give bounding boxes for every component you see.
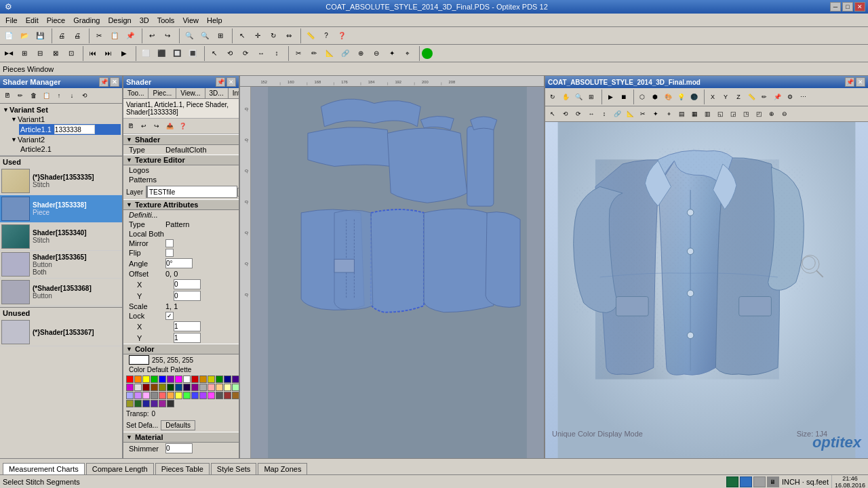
variant1-item[interactable]: ▼ Variant1	[9, 115, 121, 124]
3d-btn2-8[interactable]: ✂	[637, 108, 649, 120]
3d-btn2-16[interactable]: ◳	[740, 108, 752, 120]
tb2-11[interactable]: 🔲	[170, 46, 184, 61]
shader-manager-close[interactable]: ✕	[110, 77, 119, 87]
color-swatch[interactable]	[191, 384, 199, 391]
tb-new[interactable]: 📄	[1, 28, 16, 43]
shader-section-header[interactable]: ▼ Shader	[123, 134, 239, 145]
3d-btn2-19[interactable]: ⊖	[778, 108, 791, 120]
3d-btn2-17[interactable]: ◰	[753, 108, 765, 120]
color-swatch[interactable]	[151, 400, 158, 407]
tb2-10[interactable]: ⬛	[154, 46, 169, 61]
mirror-checkbox[interactable]	[165, 239, 174, 247]
3d-btn-wire[interactable]: ⬡	[636, 91, 648, 103]
shader-item-1353340[interactable]: Shader[1353340] Stitch	[0, 223, 122, 251]
3d-btn2-14[interactable]: ◱	[714, 108, 726, 120]
view-3d-float[interactable]: 📌	[845, 77, 854, 87]
taskbar-icon-blue[interactable]	[740, 476, 752, 487]
color-swatch[interactable]	[216, 375, 223, 383]
flip-checkbox[interactable]	[165, 249, 174, 257]
lock-checkbox[interactable]	[165, 312, 174, 320]
shader-item-1353335[interactable]: (*}Shader[1353335] Stitch	[0, 167, 122, 195]
angle-input[interactable]	[165, 258, 193, 268]
color-swatch[interactable]	[167, 375, 174, 383]
sm-btn1[interactable]: 🖹	[1, 89, 14, 102]
tb2-green[interactable]	[422, 48, 433, 59]
tb2-8[interactable]: ▶	[117, 46, 132, 61]
sp-btn4[interactable]: 📤	[163, 120, 176, 132]
tb2-23[interactable]: ⊖	[369, 46, 384, 61]
texture-editor-header[interactable]: ▼ Texture Editor	[123, 155, 239, 165]
3d-btn-measure[interactable]: 📏	[745, 91, 757, 103]
shader-item-1353338[interactable]: Shader[1353338] Piece	[0, 195, 122, 223]
color-swatch[interactable]	[224, 384, 231, 391]
3d-btn-play[interactable]: ▶	[604, 91, 616, 103]
tb2-2[interactable]: ⊞	[17, 46, 32, 61]
tb-save[interactable]: 💾	[33, 28, 47, 43]
tb2-6[interactable]: ⏮	[85, 46, 100, 61]
canvas-area[interactable]: 152 160 168 176 184 192 200 208	[240, 76, 544, 458]
3d-btn-settings[interactable]: ⚙	[784, 91, 796, 103]
3d-btn-y[interactable]: Y	[719, 91, 732, 103]
shader-item-1353368[interactable]: (*Shader[1353368] Button	[0, 279, 122, 306]
3d-btn-pin[interactable]: 📌	[771, 91, 783, 103]
color-swatch[interactable]	[208, 375, 215, 383]
sp-btn1[interactable]: 🖹	[125, 120, 137, 132]
color-swatch[interactable]	[191, 392, 199, 399]
tab-view[interactable]: View...	[176, 88, 205, 98]
color-swatch[interactable]	[167, 384, 174, 391]
color-swatch[interactable]	[224, 392, 231, 399]
tb2-18[interactable]: ✂	[291, 46, 306, 61]
color-swatch[interactable]	[142, 400, 150, 407]
sm-btn4[interactable]: 📋	[40, 89, 52, 102]
tab-piec[interactable]: Piec...	[149, 88, 176, 98]
color-swatch[interactable]	[142, 375, 150, 383]
sp-btn3[interactable]: ↪	[151, 120, 163, 132]
tb2-25[interactable]: ⌖	[400, 46, 415, 61]
3d-btn2-2[interactable]: ⟲	[559, 108, 572, 120]
3d-btn-pan[interactable]: ✋	[559, 91, 572, 103]
3d-btn-shadow[interactable]: 🌑	[688, 91, 700, 103]
material-section-header[interactable]: ▼ Material	[123, 432, 239, 443]
tb2-16[interactable]: ↔	[254, 46, 269, 61]
shader-item-1353365[interactable]: Shader[1353365] Button Both	[0, 251, 122, 279]
3d-btn2-13[interactable]: ▥	[701, 108, 713, 120]
offset-y-input[interactable]	[174, 291, 201, 301]
tb2-14[interactable]: ⟲	[222, 46, 237, 61]
color-swatch[interactable]	[134, 375, 142, 383]
tb2-7[interactable]: ⏭	[101, 46, 116, 61]
tb-question[interactable]: ?	[319, 28, 334, 43]
tb2-13[interactable]: ↖	[207, 46, 222, 61]
tb-paste[interactable]: 📌	[123, 28, 138, 43]
sm-btn3[interactable]: 🗑	[27, 89, 39, 102]
tb2-19[interactable]: ✏	[307, 46, 321, 61]
color-swatch[interactable]	[224, 375, 231, 383]
3d-btn-zoom[interactable]: 🔍	[572, 91, 585, 103]
color-swatch[interactable]	[151, 384, 158, 391]
3d-btn-texture[interactable]: 🎨	[662, 91, 674, 103]
tb-select[interactable]: ↖	[235, 28, 250, 43]
color-swatch[interactable]	[159, 392, 166, 399]
color-swatch[interactable]	[232, 392, 239, 399]
shader-panel-close[interactable]: ✕	[226, 77, 236, 87]
3d-btn2-12[interactable]: ▦	[688, 108, 701, 120]
color-swatch[interactable]	[134, 392, 142, 399]
color-swatch[interactable]	[199, 384, 207, 391]
close-button[interactable]: ✕	[854, 2, 865, 12]
maximize-button[interactable]: □	[842, 2, 853, 12]
tb-print2[interactable]: 🖨	[70, 28, 85, 43]
tb-rotate[interactable]: ↻	[266, 28, 281, 43]
tab-map-zones[interactable]: Map Zones	[258, 463, 307, 474]
menu-view[interactable]: View	[178, 15, 203, 26]
tb2-1[interactable]: ▶◀	[1, 46, 16, 61]
shimmer-input[interactable]	[165, 443, 193, 453]
tab-compare-length[interactable]: Compare Length	[86, 463, 154, 474]
color-swatch[interactable]	[142, 392, 150, 399]
color-swatch[interactable]	[167, 392, 174, 399]
view-3d-close[interactable]: ✕	[856, 77, 865, 87]
tb2-24[interactable]: ✦	[384, 46, 399, 61]
variant-set-item[interactable]: ▼ Variant Set	[1, 105, 121, 115]
tb-zoom-out[interactable]: 🔍	[197, 28, 212, 43]
defaults-button[interactable]: Defaults	[161, 420, 195, 430]
offset-x-input[interactable]	[174, 279, 201, 289]
layer-input[interactable]	[147, 186, 237, 198]
